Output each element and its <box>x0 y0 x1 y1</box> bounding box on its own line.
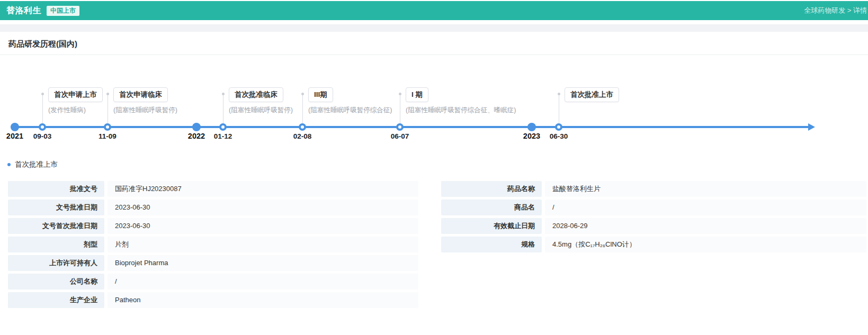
table-row: 商品名 / <box>441 200 866 215</box>
market-status-badge: 中国上市 <box>47 6 79 16</box>
field-label: 批准文号 <box>8 181 104 197</box>
field-value: 片剂 <box>108 237 418 252</box>
table-row: 公司名称 / <box>8 274 418 289</box>
field-label: 公司名称 <box>8 274 104 289</box>
table-row: 文号首次批准日期 2023-06-30 <box>8 218 418 234</box>
timeline-event-title[interactable]: 首次批准上市 <box>565 87 619 102</box>
field-label: 文号首次批准日期 <box>8 218 104 234</box>
field-label: 生产企业 <box>8 292 104 308</box>
timeline-stem-dot <box>106 93 109 95</box>
field-value: 国药准字HJ20230087 <box>108 181 418 197</box>
detail-tables: 批准文号 国药准字HJ20230087 文号批准日期 2023-06-30 文号… <box>0 181 868 311</box>
development-timeline: 2021 2022 2023 首次申请上市 (发作性睡病) 09-03 首次申请… <box>0 55 868 150</box>
page-gap <box>0 20 868 24</box>
app-header: 替洛利生 中国上市 全球药物研发 > 详情 <box>0 1 868 20</box>
timeline-event-node[interactable] <box>104 123 111 131</box>
field-label: 药品名称 <box>441 181 542 197</box>
field-value: Bioprojet Pharma <box>108 255 418 271</box>
timeline-event-node[interactable] <box>555 123 562 131</box>
timeline-event-date: 06-07 <box>383 132 417 140</box>
table-column-gap <box>418 181 441 311</box>
field-value: / <box>108 274 418 289</box>
table-row: 批准文号 国药准字HJ20230087 <box>8 181 418 197</box>
table-row: 有效截止日期 2028-06-29 <box>441 218 866 234</box>
timeline-event-node[interactable] <box>219 123 227 131</box>
timeline-stem-dot <box>41 93 44 95</box>
timeline-stem <box>223 95 223 124</box>
field-label: 文号批准日期 <box>8 200 104 215</box>
timeline-event-subtitle: (阻塞性睡眠呼吸暂停综合征) <box>308 106 392 115</box>
timeline-event-node[interactable] <box>39 123 46 131</box>
drug-name-title: 替洛利生 <box>6 5 41 16</box>
field-value: / <box>545 200 866 215</box>
timeline-event-title[interactable]: III期 <box>308 87 333 102</box>
timeline-year-node <box>192 123 201 131</box>
section-title: 药品研发历程(国内) <box>8 39 860 49</box>
field-value: 2023-06-30 <box>108 200 418 215</box>
field-value: Patheon <box>108 292 418 308</box>
breadcrumb[interactable]: 全球药物研发 > 详情 <box>804 1 868 20</box>
timeline-stem <box>108 95 108 124</box>
timeline-stem-dot <box>222 93 225 95</box>
timeline-arrow-icon <box>808 123 815 131</box>
table-row: 规格 4.5mg（按C₁₇H₂₆ClNO计） <box>441 237 866 252</box>
timeline-event-date: 09-03 <box>25 132 59 140</box>
field-label: 有效截止日期 <box>441 218 542 234</box>
table-row: 上市许可持有人 Bioprojet Pharma <box>8 255 418 271</box>
timeline-event-title[interactable]: 首次申请临床 <box>113 87 168 102</box>
table-row: 药品名称 盐酸替洛利生片 <box>441 181 866 197</box>
timeline-stem <box>400 95 400 124</box>
timeline-event-node[interactable] <box>396 123 404 131</box>
timeline-event-subtitle: (发作性睡病) <box>48 106 86 115</box>
field-label: 上市许可持有人 <box>8 255 104 271</box>
field-label: 规格 <box>441 237 542 252</box>
timeline-event-date: 01-12 <box>206 132 240 140</box>
timeline-stem <box>42 95 43 124</box>
timeline-event-date: 02-08 <box>285 132 319 140</box>
timeline-event-title[interactable]: 首次申请上市 <box>48 87 103 102</box>
timeline-year-node <box>527 123 536 131</box>
table-row: 生产企业 Patheon <box>8 292 418 308</box>
timeline-event-subtitle: (阻塞性睡眠呼吸暂停综合征、嗜眠症) <box>406 106 516 115</box>
page-background-band <box>0 24 868 32</box>
field-value: 2028-06-29 <box>545 218 866 234</box>
timeline-stem-dot <box>558 93 560 95</box>
timeline-event-date: 11-09 <box>91 132 124 140</box>
field-value: 4.5mg（按C₁₇H₂₆ClNO计） <box>545 237 866 252</box>
bullet-dot-icon <box>7 163 11 166</box>
table-row: 剂型 片剂 <box>8 237 418 252</box>
timeline-event-title[interactable]: I 期 <box>406 87 428 102</box>
table-row: 文号批准日期 2023-06-30 <box>8 200 418 215</box>
field-value: 盐酸替洛利生片 <box>545 181 866 197</box>
content-card: 药品研发历程(国内) 2021 2022 2023 首次申请上市 (发作性睡病)… <box>0 32 868 335</box>
timeline-event-node[interactable] <box>299 123 306 131</box>
timeline-axis <box>11 126 809 128</box>
detail-section-header: 首次批准上市 <box>7 160 868 169</box>
timeline-event-date: 06-30 <box>542 132 576 140</box>
timeline-event-title[interactable]: 首次批准临床 <box>229 87 283 102</box>
field-value: 2023-06-30 <box>108 218 418 234</box>
detail-table-left: 批准文号 国药准字HJ20230087 文号批准日期 2023-06-30 文号… <box>8 181 418 311</box>
timeline-stem <box>302 95 303 124</box>
timeline-stem-dot <box>399 93 401 95</box>
field-label: 商品名 <box>441 200 542 215</box>
timeline-event-subtitle: (阻塞性睡眠呼吸暂停) <box>229 106 293 115</box>
detail-table-right: 药品名称 盐酸替洛利生片 商品名 / 有效截止日期 2028-06-29 规格 … <box>441 181 866 311</box>
timeline-stem-dot <box>301 93 304 95</box>
detail-section-label: 首次批准上市 <box>15 160 58 169</box>
timeline-event-subtitle: (阻塞性睡眠呼吸暂停) <box>113 106 177 115</box>
timeline-year-node <box>11 123 19 131</box>
timeline-stem <box>559 95 559 124</box>
field-label: 剂型 <box>8 237 104 252</box>
